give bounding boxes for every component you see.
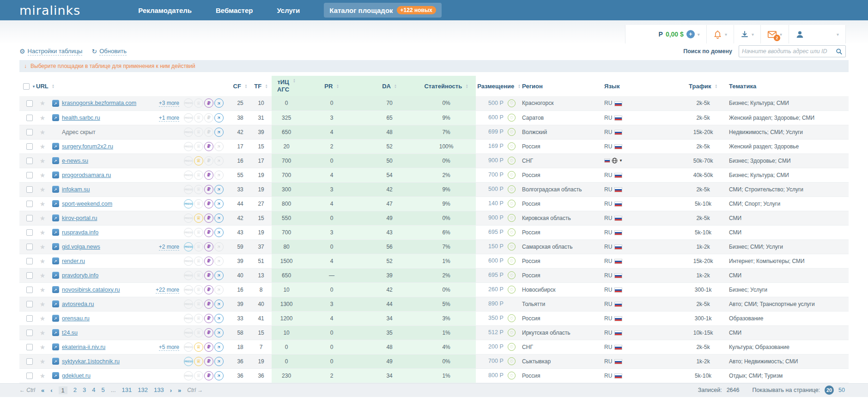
crown-icon[interactable]: ♕ (194, 371, 203, 380)
crown-icon[interactable]: ♕ (194, 285, 203, 294)
external-link-icon[interactable]: ↗ (52, 257, 59, 264)
press-release-icon[interactable]: PRESS (184, 300, 193, 309)
press-release-icon[interactable]: PRESS (184, 285, 193, 294)
row-checkbox[interactable] (26, 344, 33, 350)
sort-icon-pr[interactable]: ▲▼ (336, 84, 339, 89)
ruble-icon[interactable]: ₽ (204, 328, 213, 337)
ruble-icon[interactable]: ₽ (204, 371, 213, 380)
press-release-icon[interactable]: PRESS (184, 314, 193, 323)
search-icon[interactable] (836, 48, 843, 55)
favorite-star-icon[interactable]: ★ (40, 257, 46, 265)
row-checkbox[interactable] (26, 172, 33, 178)
external-link-icon[interactable]: ↗ (52, 286, 59, 293)
ruble-icon[interactable]: ₽ (204, 271, 213, 280)
guarantee-icon[interactable]: ♡ (508, 142, 516, 150)
favorite-star-icon[interactable]: ★ (40, 99, 46, 107)
guarantee-icon[interactable]: ♡ (508, 286, 516, 294)
external-link-icon[interactable]: ↗ (52, 358, 59, 365)
crown-icon[interactable]: ♕ (194, 257, 203, 266)
site-url[interactable]: ekaterina-ii.niv.ru (62, 344, 105, 350)
favorite-star-icon[interactable]: ★ (40, 229, 46, 236)
row-checkbox[interactable] (26, 143, 33, 150)
notifications-dropdown-caret[interactable]: ▾ (725, 32, 727, 37)
rocket-icon[interactable]: ✈ (214, 199, 224, 208)
crown-icon[interactable]: ♕ (194, 171, 203, 180)
crown-icon[interactable]: ♕ (194, 214, 203, 223)
site-url[interactable]: progorodsamara.ru (62, 172, 111, 178)
first-page-button[interactable]: « (41, 387, 44, 394)
favorite-star-icon[interactable]: ★ (40, 300, 46, 308)
user-icon[interactable] (795, 30, 804, 39)
ruble-icon[interactable]: ₽ (204, 285, 213, 294)
site-url[interactable]: syktyvkar.1istochnik.ru (62, 358, 120, 365)
site-url[interactable]: kirov-portal.ru (62, 215, 97, 221)
press-release-icon[interactable]: PRESS (184, 171, 193, 180)
guarantee-icon[interactable]: ♡ (508, 157, 516, 165)
ruble-icon[interactable]: ₽ (204, 185, 213, 194)
more-mirrors-link[interactable]: +1 more (159, 115, 179, 122)
site-url[interactable]: orensau.ru (62, 315, 90, 322)
ruble-icon[interactable]: ₽ (204, 199, 213, 208)
crown-icon[interactable]: ♕ (194, 328, 203, 337)
sort-icon-placement[interactable]: ▲▼ (518, 84, 521, 89)
download-icon[interactable] (741, 30, 749, 38)
guarantee-icon[interactable]: ♡ (508, 171, 516, 179)
ruble-icon[interactable]: ₽ (204, 228, 213, 237)
press-release-icon[interactable]: PRESS (184, 142, 193, 151)
row-checkbox[interactable] (26, 287, 33, 293)
site-url[interactable]: krasnogorsk.bezformata.com (62, 100, 136, 106)
rocket-icon[interactable]: ✈ (214, 357, 224, 366)
favorite-star-icon[interactable]: ★ (40, 343, 46, 351)
row-checkbox[interactable] (26, 129, 33, 135)
next-page-button[interactable]: › (170, 387, 172, 394)
prev-page-button[interactable]: ‹ (50, 387, 52, 394)
refresh-link[interactable]: ↻ Обновить (91, 48, 127, 55)
select-menu-caret[interactable]: ▾ (33, 84, 35, 89)
row-checkbox[interactable] (26, 215, 33, 221)
external-link-icon[interactable]: ↗ (52, 157, 59, 164)
ruble-icon[interactable]: ₽ (204, 98, 213, 108)
ruble-icon[interactable]: ₽ (204, 156, 213, 165)
lang-multi[interactable]: ▼ (604, 158, 623, 164)
favorite-star-icon[interactable]: ★ (40, 128, 46, 136)
bell-icon[interactable] (713, 30, 722, 39)
rocket-icon[interactable]: ✈ (214, 98, 224, 108)
guarantee-icon[interactable]: ♡ (508, 257, 516, 265)
press-release-icon[interactable]: PRESS (184, 357, 193, 366)
mail-dropdown-caret[interactable]: ▾ (780, 32, 782, 37)
ruble-icon[interactable]: ₽ (204, 171, 213, 180)
site-url[interactable]: infokam.su (62, 186, 90, 193)
nav-item-services[interactable]: Услуги (277, 6, 300, 14)
rocket-icon[interactable]: ✈ (214, 314, 224, 323)
nav-item-advertiser[interactable]: Рекламодатель (138, 6, 192, 14)
guarantee-icon[interactable]: ♡ (508, 271, 516, 279)
page-133[interactable]: 133 (154, 386, 164, 394)
favorite-star-icon[interactable]: ★ (40, 171, 46, 179)
press-release-icon[interactable]: PRESS (184, 328, 193, 337)
press-release-icon[interactable]: PRESS (184, 271, 193, 280)
user-dropdown-caret[interactable]: ▾ (837, 32, 839, 37)
ruble-icon[interactable]: ₽ (204, 214, 213, 223)
crown-icon[interactable]: ♕ (194, 343, 203, 352)
page-2[interactable]: 2 (73, 386, 77, 394)
external-link-icon[interactable]: ↗ (52, 343, 59, 350)
rocket-icon[interactable]: ✈ (214, 128, 224, 137)
row-checkbox[interactable] (26, 100, 33, 107)
rocket-icon[interactable]: ✈ (214, 156, 224, 165)
row-checkbox[interactable] (26, 201, 33, 207)
page-132[interactable]: 132 (138, 386, 148, 394)
external-link-icon[interactable]: ↗ (52, 143, 59, 150)
favorite-star-icon[interactable]: ★ (40, 143, 46, 150)
row-checkbox[interactable] (26, 258, 33, 264)
crown-icon[interactable]: ♕ (194, 357, 203, 366)
crown-icon[interactable]: ♕ (194, 242, 203, 251)
guarantee-icon[interactable]: ♡ (508, 185, 516, 193)
more-mirrors-link[interactable]: +3 more (159, 100, 179, 107)
site-url[interactable]: health.sarbc.ru (62, 115, 100, 121)
favorite-star-icon[interactable]: ★ (40, 214, 46, 222)
sort-icon-traffic[interactable]: ▲▼ (715, 84, 717, 89)
crown-icon[interactable]: ♕ (194, 185, 203, 194)
external-link-icon[interactable]: ↗ (52, 100, 59, 107)
per-page-option-50[interactable]: 50 (838, 387, 845, 393)
sort-icon-da[interactable]: ▲▼ (394, 84, 397, 89)
